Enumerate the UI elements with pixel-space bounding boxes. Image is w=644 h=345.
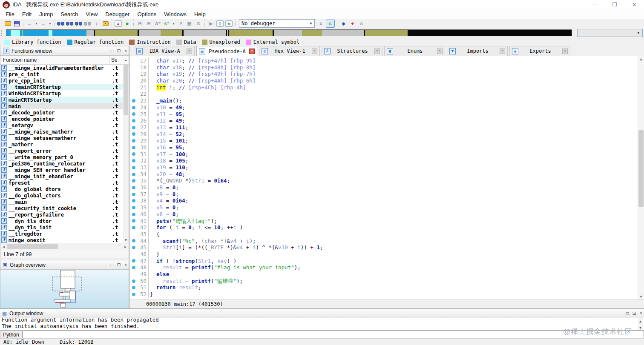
function-row[interactable]: f__dyn_tls_init.t — [0, 224, 123, 231]
search-next-icon[interactable] — [83, 20, 92, 27]
cancel-action-icon[interactable]: × — [194, 20, 202, 27]
output-maximize-button[interactable]: □ — [626, 311, 629, 316]
function-row[interactable]: f__main.t — [0, 199, 123, 205]
start-process-icon[interactable]: ▶ — [207, 20, 215, 27]
navband-segment[interactable] — [302, 30, 322, 36]
navband-segment[interactable] — [86, 30, 94, 36]
tab-structures[interactable]: AStructures× — [322, 46, 382, 56]
add-symbol-icon[interactable]: s⁺ — [163, 20, 171, 27]
stop-process-icon[interactable]: ■ — [225, 20, 233, 27]
navband-segment[interactable] — [6, 30, 11, 36]
open-file-icon[interactable] — [4, 20, 12, 27]
navband-segment[interactable] — [365, 30, 408, 36]
function-row[interactable]: fmain.t — [0, 103, 123, 109]
code-line[interactable]: 25 v11 = 95; — [130, 111, 644, 118]
navigate-forward-icon[interactable]: → — [39, 20, 47, 27]
function-row[interactable]: f_encode_pointer.t — [0, 116, 123, 122]
output-scrollbar[interactable]: ▲ ▼ — [638, 318, 643, 330]
search-binary-icon[interactable] — [57, 20, 65, 27]
code-line[interactable]: 29 v15 = 101; — [130, 137, 644, 144]
tab-close-icon[interactable]: × — [312, 48, 317, 54]
restore-button[interactable]: ❐ — [605, 0, 624, 9]
pause-process-icon[interactable]: ∥ — [216, 20, 224, 27]
navband-segment[interactable] — [23, 30, 49, 36]
output-close-button[interactable]: × — [640, 311, 642, 316]
scroll-right-icon[interactable]: ▸ — [122, 245, 129, 249]
add-watch-icon[interactable]: + — [348, 20, 356, 27]
navband-segment[interactable] — [184, 30, 226, 36]
function-row[interactable]: f__mingw_raise_matherr.t — [0, 128, 123, 135]
navband-segment[interactable] — [161, 30, 182, 36]
menu-item-view[interactable]: View — [82, 10, 101, 18]
python-button[interactable]: Python — [0, 331, 22, 339]
functions-vertical-scrollbar[interactable]: ▼ — [123, 65, 129, 243]
column-segment[interactable]: Se — [110, 57, 123, 63]
function-row[interactable]: f_decode_pointer.t — [0, 109, 123, 116]
functions-column-header[interactable]: Function name Se ▲ — [0, 56, 129, 65]
code-line[interactable]: 34 v20 = 48; — [130, 171, 644, 178]
debugger-windows-icon[interactable]: ◆ — [339, 20, 348, 27]
function-row[interactable]: f__tmainCRTStartup.t — [0, 84, 123, 90]
menu-item-options[interactable]: Options — [133, 10, 160, 18]
function-row[interactable]: f_pei386_runtime_relocator.t — [0, 160, 123, 167]
navband-segment[interactable] — [274, 30, 302, 36]
functions-maximize-button[interactable]: □ — [111, 48, 113, 53]
menu-item-help[interactable]: Help — [190, 10, 210, 18]
function-row[interactable]: ffpreset.t — [0, 180, 123, 186]
tab-close-icon[interactable]: × — [500, 48, 505, 54]
save-file-icon[interactable] — [13, 20, 21, 27]
highlight-lock-icon[interactable] — [101, 20, 109, 27]
tab-close-icon[interactable]: × — [187, 48, 192, 54]
output-float-button[interactable]: ⊡ — [632, 311, 636, 316]
function-row[interactable]: f__write_memory_part_0.t — [0, 154, 123, 160]
back-history-caret-icon[interactable]: ▼ — [34, 20, 38, 27]
debugger-select[interactable]: No debugger▼ — [239, 19, 315, 28]
navband-scale-select[interactable]: ▼ — [577, 29, 643, 37]
code-line[interactable]: 21 int i; // [rsp+4Ch] [rbp-4h] — [130, 84, 644, 91]
code-line[interactable]: 50 result = printf("输错啦"); — [130, 278, 644, 285]
code-line[interactable]: 39 v5 = 0; — [130, 204, 644, 211]
minimize-button[interactable]: — — [585, 0, 605, 9]
snapshot-icon[interactable]: ▦ — [185, 20, 193, 27]
code-line[interactable]: 23 _main(); — [130, 97, 644, 104]
scroll-down-icon[interactable]: ▼ — [639, 325, 641, 330]
step-c-icon[interactable]: c — [317, 20, 325, 27]
code-line[interactable]: 28 v14 = 52; — [130, 131, 644, 138]
menu-item-jump[interactable]: Jump — [35, 10, 57, 18]
function-row[interactable]: f__dyn_tls_dtor.t — [0, 218, 123, 224]
function-row[interactable]: f__mingw_init_ehandler.t — [0, 173, 123, 180]
code-line[interactable]: 40 v6 = 0; — [130, 211, 644, 218]
navband-segment[interactable] — [408, 30, 572, 36]
symbol-caret-icon[interactable]: ▼ — [172, 20, 175, 27]
function-row[interactable]: fmingw_onexit.t — [0, 237, 123, 243]
function-row[interactable]: f__report_gsfailure.t — [0, 211, 123, 218]
navband-segment[interactable] — [95, 30, 138, 36]
delete-watch-icon[interactable]: × — [357, 20, 365, 27]
code-line[interactable]: 30 v16 = 95; — [130, 144, 644, 151]
code-line[interactable]: 49 else — [130, 271, 644, 278]
pin-icon[interactable]: ⇗ — [176, 20, 184, 27]
problems-icon[interactable]: ▲ — [115, 20, 122, 27]
code-line[interactable]: 19 char v19; // [rsp+49h] [rbp-7h] — [130, 71, 644, 77]
tab-imports[interactable]: ▼Imports× — [447, 46, 508, 56]
menu-item-edit[interactable]: Edit — [18, 10, 35, 18]
scrollbar-thumb[interactable] — [124, 65, 128, 115]
graph-overview-canvas[interactable] — [0, 270, 129, 309]
column-function-name[interactable]: Function name — [0, 56, 110, 64]
run-c-icon[interactable]: c — [326, 20, 335, 28]
tab-close-icon[interactable]: × — [437, 48, 443, 54]
code-line[interactable]: 27 v13 = 111; — [130, 124, 644, 131]
function-row[interactable]: f__security_init_cookie.t — [0, 205, 123, 211]
menu-item-windows[interactable]: Windows — [160, 10, 190, 18]
functions-close-button[interactable]: × — [124, 48, 127, 53]
menu-item-search[interactable]: Search — [57, 10, 82, 18]
function-row[interactable]: fWinMainCRTStartup.t — [0, 90, 123, 97]
navband-segment[interactable] — [49, 30, 52, 36]
function-row[interactable]: f_matherr.t — [0, 141, 123, 148]
output-log[interactable]: Function argument information has been p… — [0, 318, 644, 330]
code-line[interactable]: 45 Str1[i] = (*((_BYTE *)&v4 + i) ^ *(&v… — [130, 244, 644, 251]
code-line[interactable]: 32 v18 = 105; — [130, 157, 644, 164]
code-line[interactable]: 48 result = printf("flag is what your in… — [130, 264, 644, 271]
navband-segment[interactable] — [139, 30, 161, 36]
forward-history-caret-icon[interactable]: ▼ — [48, 20, 52, 27]
